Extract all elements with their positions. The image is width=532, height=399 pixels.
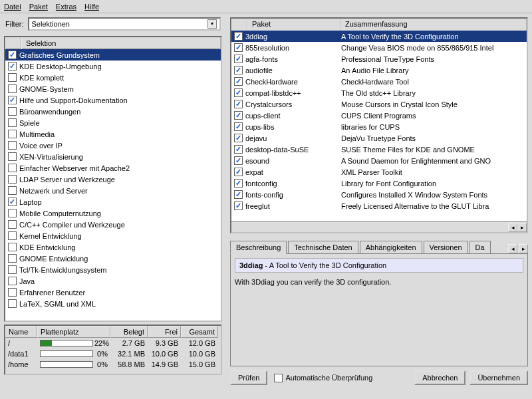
package-checkbox[interactable] xyxy=(234,190,243,199)
selection-row[interactable]: Laptop xyxy=(5,196,221,207)
pkg-col-summary[interactable]: Zusammenfassung xyxy=(340,19,527,31)
selection-row[interactable]: Hilfe und Support-Dokumentation xyxy=(5,94,221,106)
package-row[interactable]: 855resolutionChange Vesa BIOS mode on 85… xyxy=(231,42,527,53)
package-row[interactable]: freeglutFreely Licensed Alternative to t… xyxy=(231,200,527,211)
menu-extras[interactable]: Extras xyxy=(56,3,76,11)
package-checkbox[interactable] xyxy=(234,201,243,210)
selection-checkbox[interactable] xyxy=(8,141,17,150)
selection-row[interactable]: LDAP Server und Werkzeuge xyxy=(5,174,221,185)
package-checkbox[interactable] xyxy=(234,156,243,165)
package-row[interactable]: esoundA Sound Daemon for Enlightenment a… xyxy=(231,155,527,166)
package-row[interactable]: fonts-configConfigures Installed X Windo… xyxy=(231,189,527,200)
package-row[interactable]: compat-libstdc++The Old stdc++ Library xyxy=(231,87,527,98)
selection-checkbox[interactable] xyxy=(8,51,17,59)
tab-more[interactable]: Da xyxy=(469,241,491,253)
selection-checkbox[interactable] xyxy=(8,265,17,274)
disk-col-total[interactable]: Gesamt xyxy=(181,326,218,338)
package-checkbox[interactable] xyxy=(234,179,243,188)
selection-row[interactable]: Kernel Entwicklung xyxy=(5,230,221,241)
package-row[interactable]: 3ddiagA Tool to Verify the 3D Configurat… xyxy=(231,31,527,42)
tab-technical[interactable]: Technische Daten xyxy=(288,241,358,253)
selection-row[interactable]: C/C++ Compiler und Werkzeuge xyxy=(5,219,221,230)
tab-versions[interactable]: Versionen xyxy=(424,241,468,253)
menu-package[interactable]: Paket xyxy=(29,3,48,11)
tab-dependencies[interactable]: Abhängigkeiten xyxy=(360,241,422,253)
selection-checkbox[interactable] xyxy=(8,118,17,127)
tab-scroll-left-icon[interactable]: ◂ xyxy=(508,244,517,253)
selection-checkbox[interactable] xyxy=(8,209,17,217)
selection-checkbox[interactable] xyxy=(8,175,17,184)
package-checkbox[interactable] xyxy=(234,77,243,86)
disk-col-used[interactable]: Belegt xyxy=(110,326,148,338)
combobox-toggle-icon[interactable]: ▾ xyxy=(207,19,217,29)
scroll-left-icon[interactable]: ◂ xyxy=(508,223,517,232)
package-row[interactable]: audiofileAn Audio File Library xyxy=(231,65,527,76)
selection-row[interactable]: Spiele xyxy=(5,117,221,128)
package-row[interactable]: cups-clientCUPS Client Programs xyxy=(231,110,527,121)
selection-row[interactable]: Java xyxy=(5,275,221,287)
selection-row[interactable]: Tcl/Tk-Entwicklungssystem xyxy=(5,264,221,275)
package-checkbox[interactable] xyxy=(234,145,243,154)
selection-checkbox[interactable] xyxy=(8,220,17,229)
selection-row[interactable]: Erfahrener Benutzer xyxy=(5,287,221,298)
cancel-button[interactable]: Abbrechen xyxy=(414,370,466,385)
package-row[interactable]: CheckHardwareCheckHardware Tool xyxy=(231,76,527,87)
selection-checkbox[interactable] xyxy=(8,130,17,138)
selection-checkbox[interactable] xyxy=(8,62,17,70)
menu-file[interactable]: Datei xyxy=(4,3,21,11)
autocheck-checkbox[interactable] xyxy=(274,374,283,382)
disk-col-free[interactable]: Frei xyxy=(148,326,181,338)
selection-row[interactable]: Multimedia xyxy=(5,128,221,140)
package-checkbox[interactable] xyxy=(234,66,243,74)
package-row[interactable]: expatXML Parser Toolkit xyxy=(231,166,527,178)
disk-col-name[interactable]: Name xyxy=(5,326,37,338)
package-row[interactable]: dejavuDejaVu Truetype Fonts xyxy=(231,132,527,144)
apply-button[interactable]: Übernehmen xyxy=(469,370,528,385)
selection-checkbox[interactable] xyxy=(8,254,17,263)
package-row[interactable]: CrystalcursorsMouse Cursors in Crystal I… xyxy=(231,98,527,110)
selection-checkbox[interactable] xyxy=(8,96,17,104)
selection-row[interactable]: GNOME Entwicklung xyxy=(5,253,221,264)
selection-row[interactable]: XEN-Virtualisierung xyxy=(5,151,221,162)
package-checkbox[interactable] xyxy=(234,88,243,97)
selection-column-header[interactable]: Selektion xyxy=(21,37,221,49)
selection-row[interactable]: GNOME-System xyxy=(5,83,221,94)
package-row[interactable]: cups-libslibraries for CUPS xyxy=(231,121,527,132)
selection-checkbox[interactable] xyxy=(8,288,17,297)
menu-help[interactable]: Hilfe xyxy=(84,3,99,11)
package-checkbox[interactable] xyxy=(234,168,243,176)
selection-checkbox[interactable] xyxy=(8,152,17,161)
selection-row[interactable]: Büroanwendungen xyxy=(5,106,221,117)
selection-row[interactable]: Einfacher Webserver mit Apache2 xyxy=(5,162,221,174)
selection-checkbox[interactable] xyxy=(8,299,17,308)
selection-checkbox[interactable] xyxy=(8,164,17,172)
selection-row[interactable]: Voice over IP xyxy=(5,140,221,151)
selection-checkbox[interactable] xyxy=(8,186,17,195)
selection-checkbox[interactable] xyxy=(8,84,17,93)
selection-checkbox[interactable] xyxy=(8,231,17,240)
package-row[interactable]: fontconfigLibrary for Font Configuration xyxy=(231,178,527,189)
selection-checkbox[interactable] xyxy=(8,198,17,206)
pkg-col-name[interactable]: Paket xyxy=(247,19,340,31)
package-row[interactable]: agfa-fontsProfessional TrueType Fonts xyxy=(231,53,527,65)
tab-scroll-right-icon[interactable]: ▸ xyxy=(519,244,528,253)
selection-row[interactable]: KDE Desktop-Umgebung xyxy=(5,61,221,72)
filter-combobox[interactable]: Selektionen ▾ xyxy=(28,17,221,31)
tab-description[interactable]: Beschreibung xyxy=(230,241,287,254)
package-checkbox[interactable] xyxy=(234,55,243,63)
horizontal-scrollbar[interactable]: ◂ ▸ xyxy=(231,221,527,232)
package-checkbox[interactable] xyxy=(234,122,243,131)
package-checkbox[interactable] xyxy=(234,32,243,41)
package-row[interactable]: desktop-data-SuSESUSE Theme Files for KD… xyxy=(231,144,527,155)
selection-checkbox[interactable] xyxy=(8,73,17,82)
selection-checkbox[interactable] xyxy=(8,243,17,251)
selection-row[interactable]: Netzwerk und Server xyxy=(5,185,221,196)
selection-checkbox[interactable] xyxy=(8,107,17,116)
check-button[interactable]: Prüfen xyxy=(230,370,267,385)
selection-row[interactable]: KDE Entwicklung xyxy=(5,241,221,253)
scroll-right-icon[interactable]: ▸ xyxy=(517,223,527,232)
selection-row[interactable]: Grafisches Grundsystem xyxy=(5,49,221,61)
selection-checkbox[interactable] xyxy=(8,277,17,285)
package-checkbox[interactable] xyxy=(234,43,243,52)
disk-col-space[interactable]: Plattenplatz xyxy=(37,326,110,338)
